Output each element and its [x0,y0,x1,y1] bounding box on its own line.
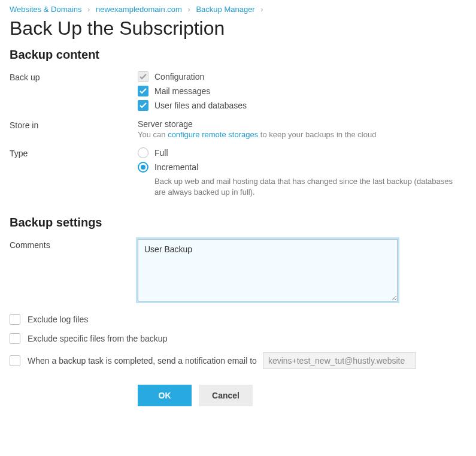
chevron-right-icon: › [87,5,90,14]
section-backup-content: Backup content Back up Configuration Mai… [10,48,466,198]
radio-type-incremental[interactable] [138,162,148,173]
breadcrumb-websites-domains[interactable]: Websites & Domains [10,5,81,14]
section-backup-settings: Backup settings Comments Exclude log fil… [10,216,466,369]
section-heading-content: Backup content [10,48,466,62]
checkbox-files-label: User files and databases [154,101,247,110]
radio-full-label: Full [154,148,168,158]
exclude-files-label: Exclude specific files from the backup [28,334,167,343]
chevron-right-icon: › [187,5,190,14]
checkbox-configuration [138,71,148,82]
checkbox-mail-label: Mail messages [154,86,210,96]
radio-incremental-label: Incremental [154,162,198,172]
chevron-right-icon: › [260,5,263,14]
cancel-button[interactable]: Cancel [199,385,253,406]
breadcrumb-domain[interactable]: newexampledomain.com [96,5,182,14]
ok-button[interactable]: OK [138,385,192,406]
comments-input[interactable] [138,239,398,301]
section-heading-settings: Backup settings [10,216,466,229]
backup-label: Back up [10,71,138,82]
comments-label: Comments [10,239,138,250]
checkbox-configuration-label: Configuration [154,72,204,81]
checkbox-user-files[interactable] [138,100,148,111]
breadcrumb-backup-manager[interactable]: Backup Manager [196,5,254,14]
exclude-log-label: Exclude log files [28,315,88,324]
configure-remote-storages-link[interactable]: configure remote storages [168,130,258,139]
store-in-label: Store in [10,119,138,130]
notify-email-field [263,352,416,369]
checkbox-notify-email[interactable] [10,355,20,366]
form-actions: OK Cancel [138,385,466,406]
incremental-hint: Back up web and mail hosting data that h… [154,176,466,198]
store-hint: You can configure remote storages to kee… [138,130,466,139]
checkbox-exclude-log[interactable] [10,314,20,325]
checkbox-exclude-specific-files[interactable] [10,333,20,344]
checkbox-mail-messages[interactable] [138,86,148,96]
notify-label: When a backup task is completed, send a … [28,356,257,366]
page-title: Back Up the Subscription [10,17,466,40]
radio-type-full[interactable] [138,147,148,158]
store-value: Server storage [138,119,466,129]
breadcrumb: Websites & Domains › newexampledomain.co… [10,5,466,14]
type-label: Type [10,147,138,158]
